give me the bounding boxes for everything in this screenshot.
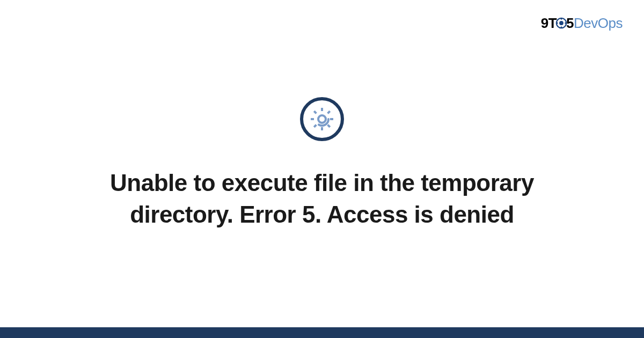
svg-point-6: [318, 115, 326, 123]
main-content: Unable to execute file in the temporary …: [0, 0, 644, 327]
footer-bar: [0, 327, 644, 338]
gear-icon-circle: [300, 97, 344, 141]
error-title: Unable to execute file in the temporary …: [80, 167, 564, 231]
gear-icon: [309, 106, 335, 132]
